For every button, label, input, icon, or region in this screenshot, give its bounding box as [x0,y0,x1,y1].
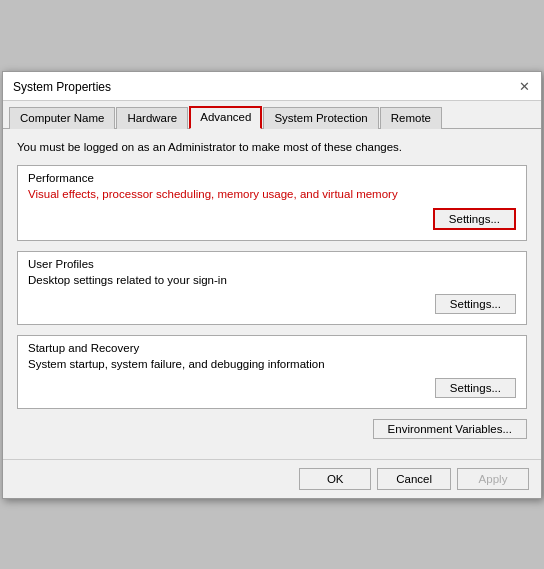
cancel-button[interactable]: Cancel [377,468,451,490]
startup-recovery-description: System startup, system failure, and debu… [28,358,516,370]
tab-bar: Computer Name Hardware Advanced System P… [3,101,541,129]
tab-advanced[interactable]: Advanced [189,106,262,129]
tab-content: You must be logged on as an Administrato… [3,129,541,459]
bottom-bar: OK Cancel Apply [3,459,541,498]
title-bar: System Properties ✕ [3,72,541,101]
performance-title: Performance [28,172,516,184]
startup-recovery-settings-row: Settings... [28,378,516,398]
apply-button[interactable]: Apply [457,468,529,490]
performance-settings-button[interactable]: Settings... [433,208,516,230]
admin-warning: You must be logged on as an Administrato… [17,139,527,155]
tab-remote[interactable]: Remote [380,107,442,129]
performance-section: Performance Visual effects, processor sc… [17,165,527,241]
startup-recovery-settings-button[interactable]: Settings... [435,378,516,398]
close-button[interactable]: ✕ [515,78,533,96]
user-profiles-settings-row: Settings... [28,294,516,314]
tab-system-protection[interactable]: System Protection [263,107,378,129]
user-profiles-section: User Profiles Desktop settings related t… [17,251,527,325]
performance-settings-row: Settings... [28,208,516,230]
user-profiles-description: Desktop settings related to your sign-in [28,274,516,286]
startup-recovery-title: Startup and Recovery [28,342,516,354]
tab-hardware[interactable]: Hardware [116,107,188,129]
startup-recovery-section: Startup and Recovery System startup, sys… [17,335,527,409]
tab-computer-name[interactable]: Computer Name [9,107,115,129]
user-profiles-title: User Profiles [28,258,516,270]
performance-description: Visual effects, processor scheduling, me… [28,188,516,200]
env-variables-row: Environment Variables... [17,419,527,439]
window-title: System Properties [13,80,111,94]
environment-variables-button[interactable]: Environment Variables... [373,419,527,439]
user-profiles-settings-button[interactable]: Settings... [435,294,516,314]
system-properties-window: System Properties ✕ Computer Name Hardwa… [2,71,542,499]
ok-button[interactable]: OK [299,468,371,490]
